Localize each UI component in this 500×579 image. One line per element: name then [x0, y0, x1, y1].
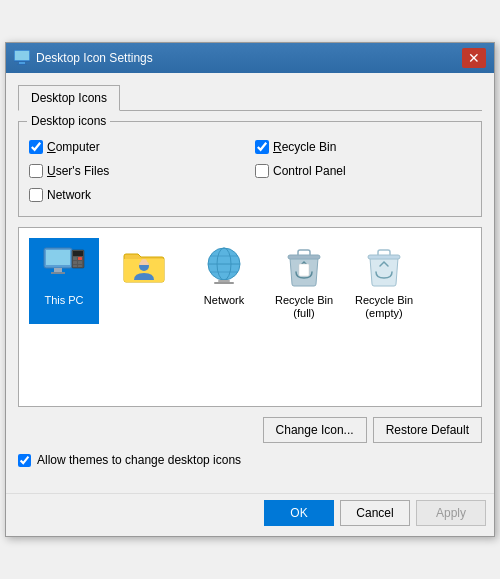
apply-button[interactable]: Apply	[416, 500, 486, 526]
svg-rect-7	[54, 268, 62, 272]
checkbox-control-panel[interactable]	[255, 164, 269, 178]
change-icon-button[interactable]: Change Icon...	[263, 417, 367, 443]
close-button[interactable]: ✕	[462, 48, 486, 68]
svg-rect-13	[73, 261, 77, 264]
svg-rect-12	[78, 257, 82, 260]
svg-rect-16	[78, 265, 82, 267]
svg-rect-6	[46, 250, 70, 265]
tab-desktop-icons[interactable]: Desktop Icons	[18, 85, 120, 111]
svg-rect-25	[214, 282, 234, 284]
svg-rect-8	[51, 272, 65, 274]
this-pc-label: This PC	[44, 294, 83, 307]
network-icon	[200, 242, 248, 290]
svg-rect-28	[368, 255, 400, 259]
desktop-icons-group: Desktop icons Computer Recycle Bin User'…	[18, 121, 482, 217]
checkbox-row-control-panel: Control Panel	[255, 164, 471, 178]
title-bar-left: Desktop Icon Settings	[14, 50, 153, 66]
cancel-button[interactable]: Cancel	[340, 500, 410, 526]
checkbox-row-computer: Computer	[29, 140, 245, 154]
icon-grid: This PC	[29, 238, 471, 324]
ok-button[interactable]: OK	[264, 500, 334, 526]
checkbox-row-network: Network	[29, 188, 245, 202]
svg-rect-27	[299, 264, 309, 276]
checkbox-row-users-files: User's Files	[29, 164, 245, 178]
checkbox-computer[interactable]	[29, 140, 43, 154]
svg-rect-15	[73, 265, 77, 267]
svg-rect-24	[218, 280, 230, 282]
recycle-bin-full-icon	[280, 242, 328, 290]
recycle-bin-full-label: Recycle Bin (full)	[273, 294, 335, 320]
checkbox-users-files[interactable]	[29, 164, 43, 178]
users-files-icon	[120, 242, 168, 290]
allow-themes-row: Allow themes to change desktop icons	[18, 453, 482, 467]
label-users-files[interactable]: User's Files	[47, 164, 109, 178]
svg-rect-3	[17, 64, 27, 65]
checkbox-network[interactable]	[29, 188, 43, 202]
group-title: Desktop icons	[27, 114, 110, 128]
label-network[interactable]: Network	[47, 188, 91, 202]
svg-rect-4	[15, 51, 29, 60]
checkboxes-grid: Computer Recycle Bin User's Files Contro…	[29, 136, 471, 206]
window: Desktop Icon Settings ✕ Desktop Icons De…	[5, 42, 495, 537]
tab-header: Desktop Icons	[18, 85, 482, 111]
icon-item-recycle-bin-full[interactable]: Recycle Bin (full)	[269, 238, 339, 324]
window-title: Desktop Icon Settings	[36, 51, 153, 65]
restore-default-button[interactable]: Restore Default	[373, 417, 482, 443]
icon-item-users-files[interactable]	[109, 238, 179, 324]
icon-grid-container: This PC	[18, 227, 482, 407]
label-computer[interactable]: Computer	[47, 140, 100, 154]
svg-rect-1	[14, 61, 30, 62]
main-content: Desktop Icons Desktop icons Computer Rec…	[6, 73, 494, 493]
icon-item-recycle-bin-empty[interactable]: Recycle Bin (empty)	[349, 238, 419, 324]
svg-rect-2	[19, 62, 25, 64]
checkbox-recycle-bin[interactable]	[255, 140, 269, 154]
icon-item-network[interactable]: Network	[189, 238, 259, 324]
recycle-bin-empty-icon	[360, 242, 408, 290]
title-bar: Desktop Icon Settings ✕	[6, 43, 494, 73]
bottom-buttons: OK Cancel Apply	[6, 493, 494, 536]
svg-rect-26	[288, 255, 320, 259]
label-control-panel[interactable]: Control Panel	[273, 164, 346, 178]
label-allow-themes[interactable]: Allow themes to change desktop icons	[37, 453, 241, 467]
label-recycle-bin[interactable]: Recycle Bin	[273, 140, 336, 154]
svg-rect-11	[73, 257, 77, 260]
recycle-bin-empty-label: Recycle Bin (empty)	[353, 294, 415, 320]
this-pc-icon	[40, 242, 88, 290]
icon-action-buttons: Change Icon... Restore Default	[18, 417, 482, 443]
checkbox-row-recycle-bin: Recycle Bin	[255, 140, 471, 154]
svg-rect-10	[73, 251, 83, 256]
window-icon	[14, 50, 30, 66]
svg-rect-14	[78, 261, 82, 264]
checkbox-allow-themes[interactable]	[18, 454, 31, 467]
icon-item-this-pc[interactable]: This PC	[29, 238, 99, 324]
network-label: Network	[204, 294, 244, 307]
